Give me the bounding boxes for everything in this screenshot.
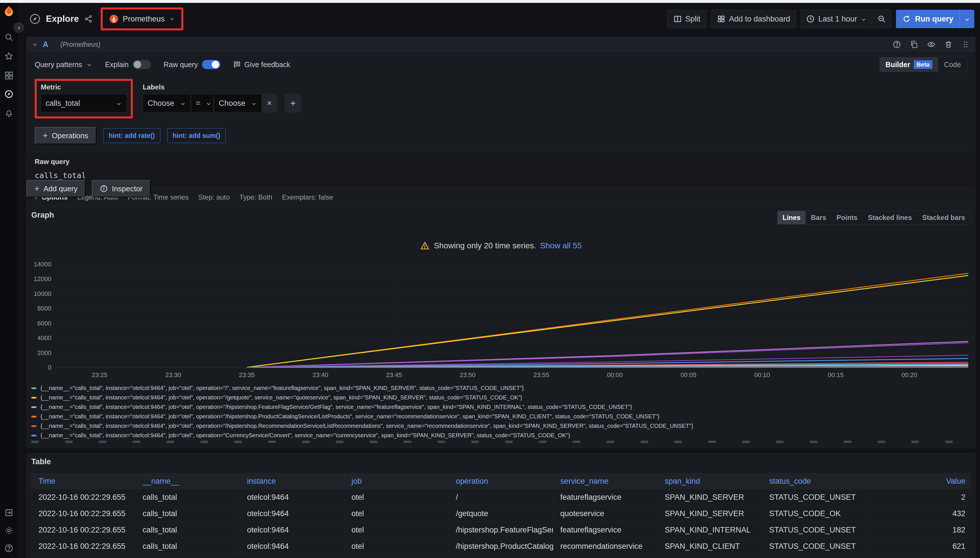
query-patterns-dropdown[interactable]: Query patterns [35, 61, 92, 69]
builder-tab[interactable]: Builder Beta [880, 57, 939, 72]
share-icon[interactable] [84, 15, 93, 23]
alerting-bell-icon[interactable] [4, 108, 13, 118]
legend-item[interactable]: {__name__="calls_total", instance="otelc… [31, 393, 970, 402]
column-header-job[interactable]: job [345, 473, 449, 489]
label-operator-select[interactable]: = [191, 94, 214, 112]
legend-color-marker [31, 406, 36, 408]
chevron-down-icon [251, 100, 257, 107]
split-button[interactable]: Split [667, 10, 707, 28]
datasource-picker[interactable]: Prometheus [104, 11, 179, 27]
add-query-button[interactable]: + Add query [26, 180, 86, 197]
zoom-out-time-button[interactable] [872, 10, 891, 28]
hide-response-eye-icon[interactable] [927, 40, 936, 49]
table-cell: SPAN_KIND_SERVER [658, 489, 762, 505]
query-row-header: A (Prometheus) [27, 37, 975, 52]
table-cell: STATUS_CODE_OK [762, 505, 867, 522]
column-header-statuscode[interactable]: status_code [762, 473, 867, 489]
column-header-value[interactable]: Value [867, 473, 972, 489]
remove-query-trash-icon[interactable] [944, 40, 953, 49]
add-label-filter-button[interactable]: + [285, 94, 301, 112]
legend-item[interactable]: {__name__="calls_total", instance="otelc… [31, 383, 970, 393]
show-all-series-link[interactable]: Show all 55 [540, 241, 582, 250]
grafana-logo[interactable] [3, 5, 15, 18]
grafana-explore-app: › [0, 0, 980, 558]
warning-text: Showing only 20 time series. [434, 241, 536, 250]
legend-item[interactable]: {__name__="calls_total", instance="otelc… [31, 412, 970, 421]
raw-query-toggle-label: Raw query [163, 61, 198, 69]
column-header-operation[interactable]: operation [449, 473, 553, 489]
mode-lines[interactable]: Lines [778, 211, 806, 224]
table-cell: otel [345, 555, 449, 558]
table-panel: Table Time__name__instancejoboperationse… [26, 453, 975, 558]
column-header-spankind[interactable]: span_kind [658, 473, 762, 489]
legend-item[interactable]: {__name__="calls_total", instance="otelc… [31, 402, 970, 412]
query-builder: Metric calls_total Labels Choose = [27, 76, 975, 152]
operations-button[interactable]: + Operations [35, 127, 96, 144]
chevron-down-icon [169, 16, 175, 22]
graph-legend: {__name__="calls_total", instance="otelc… [31, 383, 970, 440]
column-header-time[interactable]: Time [31, 473, 136, 489]
chevron-down-icon [206, 100, 212, 107]
table-cell: otelcol:9464 [240, 522, 345, 538]
table-cell: calls_total [136, 538, 240, 554]
column-header-instance[interactable]: instance [240, 473, 345, 489]
mode-points[interactable]: Points [831, 211, 863, 224]
remove-label-filter-button[interactable]: × [262, 94, 277, 112]
mode-stacked-lines[interactable]: Stacked lines [863, 211, 917, 224]
raw-query-toggle[interactable] [202, 60, 220, 69]
settings-gear-icon[interactable] [4, 526, 13, 535]
label-value-select[interactable]: Choose [214, 94, 262, 112]
builder-code-toggle: Builder Beta Code [880, 57, 967, 72]
add-to-dashboard-button[interactable]: Add to dashboard [711, 10, 796, 28]
table-panel-title: Table [31, 457, 51, 466]
run-query-split-button: Run query [896, 10, 974, 28]
explain-toggle[interactable] [133, 60, 151, 69]
mode-bars[interactable]: Bars [806, 211, 831, 224]
column-header-name[interactable]: __name__ [136, 473, 240, 489]
zoom-out-icon [877, 15, 886, 23]
datasource-picker-highlight: Prometheus [101, 7, 183, 30]
explore-compass-icon [29, 13, 41, 25]
chevron-down-icon [116, 100, 122, 107]
table-cell: 621 [867, 555, 972, 558]
table-cell: calls_total [136, 522, 240, 538]
label-key-select[interactable]: Choose [143, 94, 191, 112]
legend-item[interactable]: {__name__="calls_total", instance="otelc… [31, 421, 970, 431]
time-range-button[interactable]: Last 1 hour [801, 10, 872, 28]
sign-in-icon[interactable] [4, 508, 13, 517]
query-options-row: › Options Legend: Auto Format: Time seri… [27, 187, 975, 207]
time-picker: Last 1 hour [801, 10, 891, 28]
legend-color-marker [31, 425, 36, 427]
run-query-button[interactable]: Run query [896, 10, 960, 28]
query-help-icon[interactable] [893, 40, 901, 49]
legend-color-marker [31, 397, 36, 399]
hint-add-sum-button[interactable]: hint: add sum() [167, 128, 226, 143]
inspector-button[interactable]: Inspector [92, 180, 151, 197]
table-cell: otelcol:9464 [240, 489, 345, 505]
sidebar-expand-button[interactable]: › [13, 21, 25, 34]
table-row: 2022-10-16 00:22:29.655calls_totalotelco… [31, 555, 970, 558]
metric-select[interactable]: calls_total [41, 94, 127, 112]
options-type: Type: Both [240, 193, 273, 201]
explore-nav-icon[interactable] [4, 89, 13, 98]
page-title: Explore [46, 14, 79, 24]
collapse-chevron-icon[interactable] [32, 41, 38, 48]
query-editor-card: A (Prometheus) Query patterns Explain Ra… [26, 37, 975, 207]
query-datasource-hint: (Prometheus) [61, 41, 100, 48]
run-query-dropdown[interactable] [960, 10, 974, 28]
give-feedback-button[interactable]: Give feedback [233, 61, 290, 69]
table-cell: 2022-10-16 00:22:29.655 [31, 489, 136, 505]
hint-add-rate-button[interactable]: hint: add rate() [103, 128, 160, 143]
table-cell: calls_total [136, 505, 240, 522]
code-tab[interactable]: Code [938, 57, 967, 72]
legend-label: {__name__="calls_total", instance="otelc… [41, 413, 659, 420]
drag-handle-icon[interactable] [961, 40, 970, 49]
search-icon[interactable] [4, 33, 13, 42]
column-header-servicename[interactable]: service_name [553, 473, 658, 489]
dashboards-icon[interactable] [4, 71, 13, 80]
mode-stacked-bars[interactable]: Stacked bars [917, 211, 970, 224]
legend-item[interactable]: {__name__="calls_total", instance="otelc… [31, 431, 970, 440]
duplicate-query-icon[interactable] [910, 40, 918, 49]
help-icon[interactable] [4, 544, 13, 553]
starred-icon[interactable] [4, 52, 13, 61]
